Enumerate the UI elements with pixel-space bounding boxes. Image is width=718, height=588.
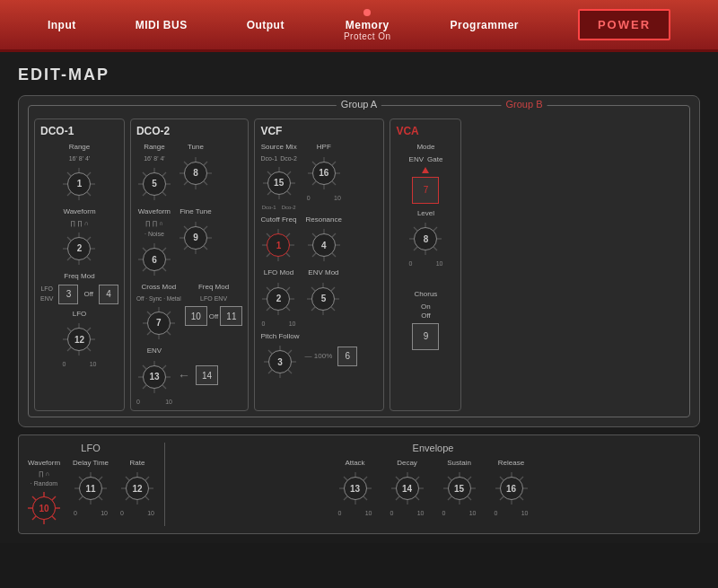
vcf-percent-label: — 100% [305,352,333,361]
dco1-controls: Range 16' 8' 4' [40,143,118,367]
vca-chorus-toggle[interactable]: 9 [412,323,439,350]
vcf-source-knob[interactable]: 15 [261,165,297,201]
env-decay-label: Decay [397,459,417,468]
svg-line-125 [268,370,272,373]
vcf-section: VCF Source Mix Dco-1 Dco-2 [254,118,384,411]
vcf-hpf-knob[interactable]: 16 [306,155,342,191]
svg-line-65 [162,365,166,369]
svg-line-75 [287,191,291,195]
dco2-knob5-num[interactable]: 5 [143,172,166,196]
lfo-delay-knob[interactable]: 11 [73,470,109,506]
env-decay-knob[interactable]: 14 [390,470,425,506]
vcf-dco1-label: Dco-1 [260,155,277,162]
dco2-waveform-knob[interactable]: 6 [136,241,172,277]
vca-level-scale: 010 [408,260,442,267]
dco2-knob8-num[interactable]: 8 [184,162,207,185]
dco2-finetune-knob[interactable]: 9 [178,220,214,256]
svg-line-17 [87,328,91,331]
vcf-knob15-num[interactable]: 15 [267,171,291,195]
svg-line-115 [331,307,335,311]
dco2-tune-group: Tune [178,143,214,191]
env-knob16-num[interactable]: 16 [500,477,523,500]
dco1-lfo-knob[interactable]: 12 [61,321,97,357]
vcf-envmod-knob[interactable]: 5 [305,281,341,317]
env-sustain-knob[interactable]: 15 [442,470,477,506]
dco2-arrow: ← [178,368,190,382]
lfo-rate-scale: 010 [120,510,154,516]
vca-controls: Mode ENV Gate 7 Level [396,143,455,350]
dco1-freqmod-row: LFO ENV 3 Off 4 [40,285,118,304]
dco2-waveform-sub: ∏ ∏ ∩ [145,220,163,227]
lfo-delay-scale: 010 [74,510,108,516]
output-button[interactable]: Output [247,19,285,31]
dco2-waveform-finetune-row: Waveform ∏ ∏ ∩ · Noise [136,207,243,277]
vca-level-knob[interactable]: 8 [407,221,443,257]
vcf-title: VCF [260,125,378,137]
lfo-rate-knob[interactable]: 12 [119,470,155,506]
svg-line-49 [204,226,207,230]
env-sustain-scale: 010 [442,510,477,516]
svg-line-35 [204,181,207,185]
dco2-off-label: Off [209,312,219,320]
vcf-dco2-label: Dco-2 [280,155,297,162]
vca-chorus-label: Chorus [415,290,438,299]
vcf-knob6-toggle[interactable]: 6 [337,347,357,366]
vcf-cutoff-knob[interactable]: 1 [260,227,296,263]
dco2-crossmod-knob[interactable]: 7 [141,305,177,341]
lfo-knob10-num[interactable]: 10 [32,496,56,520]
vcf-resonance-group: Resonance [305,215,341,264]
dco2-freqmod-group: Freq Mod LFO ENV 10 Off [185,283,243,326]
lfo-knob12-num[interactable]: 12 [126,477,149,500]
memory-protect-button[interactable]: Memory Protect On [344,9,391,41]
env-release-knob[interactable]: 16 [494,470,530,506]
svg-line-99 [332,253,336,257]
midi-bus-button[interactable]: MIDI BUS [136,19,188,31]
lfo-waveform-knob[interactable]: 10 [26,490,62,526]
dco2-knob7-num[interactable]: 7 [147,312,171,335]
lfo-knob11-num[interactable]: 11 [79,477,102,500]
dco2-knob9-num[interactable]: 9 [184,226,207,250]
dco2-knob11-toggle[interactable]: 11 [220,306,242,326]
vcf-knob16-num[interactable]: 16 [312,162,336,185]
env-attack-knob[interactable]: 13 [337,470,373,506]
dco2-env-knob[interactable]: 13 [136,359,172,395]
lfo-waveform-label: Waveform [28,459,60,468]
dco2-knob14-toggle[interactable]: 14 [196,365,218,385]
vca-level-group: Level [396,209,455,268]
svg-line-101 [312,253,316,257]
env-release-scale: 010 [495,510,529,516]
dco1-waveform-knob[interactable]: 2 [61,231,97,267]
dco2-range-knob[interactable]: 5 [136,166,172,202]
input-button[interactable]: Input [48,19,76,31]
env-release-group: Release [494,459,530,517]
dco2-knob10-toggle[interactable]: 10 [185,306,207,326]
dco1-knob4-toggle[interactable]: 4 [99,285,118,304]
dco1-range-knob[interactable]: 1 [61,166,97,202]
svg-line-188 [520,496,523,500]
programmer-button[interactable]: Programmer [451,19,519,31]
svg-line-113 [331,287,335,291]
env-knob14-num[interactable]: 14 [396,477,419,500]
bottom-envelope-controls: Attack [174,459,692,517]
dco1-knob3-toggle[interactable]: 3 [58,285,78,304]
vcf-lfomod-knob[interactable]: 2 [260,281,296,317]
env-attack-label: Attack [345,459,364,468]
bottom-envelope-title: Envelope [174,443,692,453]
vcf-hpf-scale: 010 [307,195,341,201]
dco1-range-group: Range 16' 8' 4' [40,143,118,202]
env-knob13-num[interactable]: 13 [344,477,367,500]
env-sustain-label: Sustain [447,459,471,468]
env-knob15-num[interactable]: 15 [448,477,471,500]
dco2-knob13-num[interactable]: 13 [143,365,166,389]
vcf-controls: Source Mix Dco-1 Dco-2 [260,143,378,380]
dco1-lfo-scale: 010 [62,361,96,367]
dco1-waveform-group: Waveform ∏ ∏ ∩ [40,207,118,267]
power-button[interactable]: POWER [578,9,670,40]
vca-mode-toggle[interactable]: 7 [412,177,439,204]
vcf-knob4-num[interactable]: 4 [312,233,336,257]
vcf-pitch-knob[interactable]: 3 [262,344,298,380]
vca-level-label: Level [417,209,434,218]
vcf-envmod-group: ENV Mod [305,268,341,317]
vcf-resonance-knob[interactable]: 4 [306,227,342,263]
dco2-tune-knob[interactable]: 8 [178,155,214,191]
